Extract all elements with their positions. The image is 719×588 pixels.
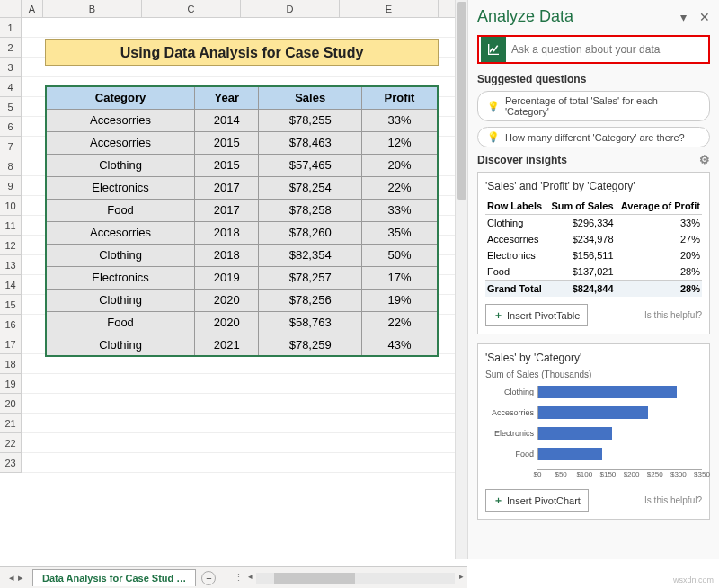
row-header[interactable]: 9 — [0, 176, 22, 196]
cells-area[interactable]: Using Data Analysis for Case Study Categ… — [22, 18, 462, 473]
row-header[interactable]: 16 — [0, 315, 22, 334]
col-header-a[interactable]: A — [22, 0, 43, 17]
chart-bar: Food — [537, 445, 702, 463]
row-header[interactable]: 18 — [0, 354, 22, 374]
row-header[interactable]: 15 — [0, 295, 22, 315]
th-year: Year — [195, 86, 259, 109]
table-row[interactable]: Clothing2018$82,35450% — [46, 244, 438, 266]
row-header[interactable]: 21 — [0, 414, 22, 433]
card1-title: 'Sales' and 'Profit' by 'Category' — [485, 180, 702, 192]
col-header-c[interactable]: C — [142, 0, 241, 17]
add-sheet-button[interactable]: + — [201, 571, 216, 585]
row-header[interactable]: 3 — [0, 58, 22, 77]
pivot-row: Food$137,02128% — [485, 263, 702, 281]
row-header[interactable]: 11 — [0, 216, 22, 236]
card2-title: 'Sales' by 'Category' — [485, 352, 702, 364]
table-row[interactable]: Electronics2017$78,25422% — [46, 176, 438, 199]
col-header-b[interactable]: B — [43, 0, 142, 17]
table-row[interactable]: Accesorries2014$78,25533% — [46, 109, 438, 131]
row-header[interactable]: 8 — [0, 156, 22, 176]
pane-dropdown-icon[interactable]: ▾ — [680, 10, 687, 24]
col-header-e[interactable]: E — [340, 0, 439, 17]
row-header[interactable]: 1 — [0, 18, 22, 38]
insight-card-pivot: 'Sales' and 'Profit' by 'Category' Row L… — [477, 172, 710, 334]
pivot-row: Clothing$296,33433% — [485, 215, 702, 232]
analyze-data-pane: Analyze Data ▾ ✕ Suggested questions 💡Pe… — [467, 0, 719, 559]
menu-dots-icon[interactable]: ⋮ — [234, 572, 244, 584]
row-header[interactable]: 4 — [0, 77, 22, 97]
row-header[interactable]: 10 — [0, 196, 22, 216]
row-headers: 1234567891011121314151617181920212223 — [0, 18, 22, 473]
pivot-total-row: Grand Total$824,84428% — [485, 281, 702, 298]
table-row[interactable]: Food2020$58,76322% — [46, 311, 438, 334]
pane-close-icon[interactable]: ✕ — [699, 10, 710, 24]
select-all-corner[interactable] — [0, 0, 22, 17]
suggestion-1[interactable]: 💡Percentage of total 'Sales' for each 'C… — [477, 91, 710, 121]
column-headers: A B C D E — [0, 0, 467, 18]
spreadsheet: A B C D E 123456789101112131415161718192… — [0, 0, 467, 559]
hscroll-left[interactable]: ◂ — [244, 572, 256, 584]
table-row[interactable]: Accesorries2015$78,46312% — [46, 131, 438, 154]
chart-bar: Electronics — [537, 424, 702, 442]
table-row[interactable]: Clothing2021$78,25943% — [46, 334, 438, 356]
ask-question-box[interactable] — [477, 35, 710, 64]
pivot-row: Electronics$156,51120% — [485, 247, 702, 263]
hscroll-right[interactable]: ▸ — [455, 572, 467, 584]
row-header[interactable]: 20 — [0, 394, 22, 414]
row-header[interactable]: 14 — [0, 275, 22, 295]
row-header[interactable]: 6 — [0, 117, 22, 137]
table-row[interactable]: Accesorries2018$78,26035% — [46, 221, 438, 244]
row-header[interactable]: 19 — [0, 374, 22, 394]
watermark: wsxdn.com — [673, 575, 714, 584]
discover-insights-label: Discover insights — [477, 154, 567, 166]
helpful-link-2[interactable]: Is this helpful? — [644, 495, 702, 505]
sheet-tab-bar: ◂ ▸ Data Analysis for Case Stud … + ⋮ ◂ … — [0, 566, 467, 588]
th-category: Category — [46, 86, 195, 109]
col-header-d[interactable]: D — [241, 0, 340, 17]
pivot-table: Row Labels Sum of Sales Average of Profi… — [485, 198, 702, 297]
table-row[interactable]: Clothing2020$78,25619% — [46, 289, 438, 311]
card2-subtitle: Sum of Sales (Thousands) — [485, 370, 702, 379]
bulb-icon: 💡 — [487, 131, 500, 143]
table-row[interactable]: Clothing2015$57,46520% — [46, 154, 438, 176]
table-row[interactable]: Electronics2019$78,25717% — [46, 266, 438, 289]
hbar-chart: ClothingAccesorriesElectronicsFood$0$50$… — [485, 383, 702, 482]
analyze-icon — [481, 37, 506, 62]
insight-card-chart: 'Sales' by 'Category' Sum of Sales (Thou… — [477, 343, 710, 520]
row-header[interactable]: 5 — [0, 97, 22, 117]
ask-input[interactable] — [508, 40, 708, 59]
horizontal-scrollbar[interactable] — [256, 573, 455, 584]
data-table[interactable]: Category Year Sales Profit Accesorries20… — [45, 85, 439, 357]
gear-icon[interactable]: ⚙ — [699, 153, 710, 166]
row-header[interactable]: 17 — [0, 334, 22, 354]
insert-pivottable-button[interactable]: ＋Insert PivotTable — [485, 304, 588, 326]
suggestion-2[interactable]: 💡How many different 'Category' are there… — [477, 127, 710, 147]
pivot-row: Accesorries$234,97827% — [485, 231, 702, 247]
suggested-questions-label: Suggested questions — [477, 73, 710, 85]
table-row[interactable]: Food2017$78,25833% — [46, 199, 438, 221]
bulb-icon: 💡 — [487, 101, 500, 112]
chart-x-axis: $0$50$100$150$200$250$300$350 — [537, 469, 702, 482]
tab-nav-icons[interactable]: ◂ ▸ — [0, 572, 32, 584]
insert-pivotchart-button[interactable]: ＋Insert PivotChart — [485, 489, 589, 512]
sheet-title-banner: Using Data Analysis for Case Study — [45, 39, 439, 66]
th-sales: Sales — [259, 86, 361, 109]
row-header[interactable]: 23 — [0, 453, 22, 473]
chart-bar: Clothing — [537, 383, 702, 401]
vertical-scrollbar[interactable] — [455, 0, 467, 559]
active-sheet-tab[interactable]: Data Analysis for Case Stud … — [32, 569, 196, 586]
row-header[interactable]: 12 — [0, 236, 22, 255]
row-header[interactable]: 7 — [0, 137, 22, 156]
row-header[interactable]: 2 — [0, 38, 22, 58]
pane-title: Analyze Data — [477, 7, 573, 26]
th-profit: Profit — [361, 86, 438, 109]
helpful-link-1[interactable]: Is this helpful? — [644, 310, 702, 320]
row-header[interactable]: 22 — [0, 433, 22, 453]
row-header[interactable]: 13 — [0, 255, 22, 275]
chart-bar: Accesorries — [537, 404, 702, 422]
